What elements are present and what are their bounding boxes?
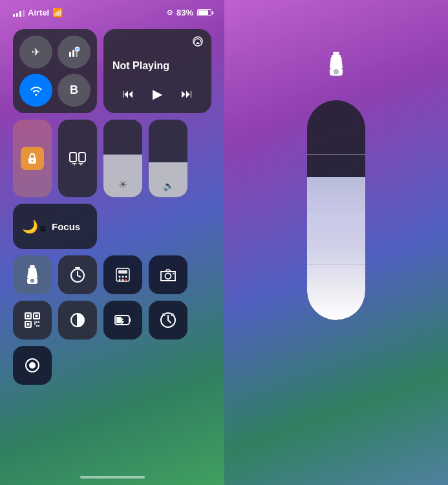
wifi-button[interactable]: [19, 74, 52, 107]
row-focus: 🌙 ⚙ Focus: [13, 204, 211, 249]
battery-percent: 83%: [176, 8, 193, 17]
bluetooth-button[interactable]: B: [58, 74, 91, 107]
airplane-mode-button[interactable]: ✈: [19, 36, 52, 69]
volume-icon: 🔊: [163, 180, 174, 191]
prev-button[interactable]: ⏮: [122, 87, 134, 101]
row-sliders: ☀ 🔊: [13, 120, 211, 197]
focus-button[interactable]: 🌙 ⚙ Focus: [13, 204, 97, 249]
wifi-status-icon: 📶: [52, 8, 63, 17]
qr-scanner-button[interactable]: [13, 301, 52, 339]
airplay-svg: [192, 36, 204, 47]
mirror-icon: [69, 151, 86, 166]
svg-point-18: [125, 276, 127, 278]
svg-rect-44: [332, 55, 341, 57]
slider-divider-2: [307, 209, 365, 210]
svg-rect-27: [27, 315, 30, 318]
svg-rect-39: [116, 317, 122, 323]
row-utilities-3: [13, 346, 211, 385]
slider-divider-3: [307, 264, 365, 265]
svg-point-17: [122, 276, 124, 278]
calculator-button[interactable]: [103, 255, 142, 294]
svg-point-23: [173, 273, 174, 274]
battery-status-button[interactable]: [103, 301, 142, 339]
screen-lock-icon: [21, 147, 44, 170]
carrier-label: Airtel: [28, 8, 49, 17]
flashlight-slider-fill: [307, 177, 365, 320]
flashlight-top-icon: [327, 52, 345, 81]
signal-bar-3: [19, 11, 21, 17]
svg-point-16: [119, 276, 121, 278]
svg-rect-35: [38, 325, 39, 327]
battery-status-icon: [114, 314, 131, 326]
svg-rect-29: [27, 323, 30, 326]
status-right: ⊙ 83%: [167, 8, 211, 17]
row-connectivity-nowplaying: ✈ B: [13, 29, 211, 113]
svg-point-20: [122, 279, 124, 281]
left-panel: Airtel 📶 ⊙ 83% ✈: [0, 0, 224, 485]
record-icon: [25, 358, 40, 373]
svg-rect-7: [70, 153, 76, 162]
airplay-icon[interactable]: [192, 36, 204, 50]
svg-rect-15: [118, 270, 127, 274]
lock-icon: [25, 151, 39, 166]
svg-rect-0: [69, 52, 71, 57]
clock-button[interactable]: [149, 301, 187, 339]
svg-point-46: [334, 69, 339, 74]
timer-icon: [69, 266, 86, 283]
svg-point-19: [119, 279, 121, 281]
screen-lock-button[interactable]: [13, 120, 52, 197]
brightness-fill: [103, 155, 142, 197]
now-playing-block: Not Playing ⏮ ▶ ⏭: [103, 29, 211, 113]
slider-divider-1: [307, 154, 365, 155]
screen-mirroring-button[interactable]: [58, 120, 97, 197]
dark-mode-button[interactable]: [58, 301, 97, 339]
signal-bar-4: [23, 10, 25, 17]
svg-point-12: [30, 279, 34, 283]
home-bar: [80, 476, 145, 479]
volume-fill: [149, 162, 187, 197]
timer-button[interactable]: [58, 255, 97, 294]
svg-rect-33: [34, 323, 36, 325]
signal-bars: [13, 9, 25, 17]
flashlight-large-icon: [327, 52, 345, 76]
next-button[interactable]: ⏭: [181, 87, 193, 101]
svg-rect-31: [36, 321, 37, 323]
focus-sub-icon: ⚙: [39, 224, 47, 233]
svg-point-6: [32, 160, 34, 162]
svg-rect-30: [34, 321, 36, 323]
row-utilities-2: [13, 301, 211, 339]
camera-button[interactable]: [149, 255, 187, 294]
svg-rect-28: [36, 315, 38, 318]
dark-mode-icon: [70, 312, 85, 328]
svg-rect-8: [79, 153, 85, 162]
battery-fill: [198, 10, 208, 15]
volume-slider[interactable]: 🔊: [149, 120, 187, 197]
moon-focus-icon: 🌙: [22, 219, 38, 234]
brightness-slider[interactable]: ☀: [103, 120, 142, 197]
svg-rect-34: [36, 325, 37, 327]
now-playing-title: Not Playing: [112, 46, 202, 86]
camera-icon: [160, 268, 176, 282]
row-utilities-1: [13, 255, 211, 294]
playback-controls: ⏮ ▶ ⏭: [112, 86, 202, 107]
cellular-button[interactable]: [58, 36, 91, 69]
wifi-icon: [30, 85, 43, 96]
flashlight-icon: [25, 265, 39, 285]
screen-record-button[interactable]: [13, 346, 52, 385]
flashlight-button[interactable]: [13, 255, 52, 294]
signal-bar-1: [13, 14, 15, 17]
location-icon: ⊙: [167, 8, 173, 17]
brightness-icon: ☀: [118, 178, 127, 191]
svg-rect-32: [38, 321, 39, 323]
cellular-icon: [69, 47, 80, 58]
flashlight-brightness-slider[interactable]: [307, 100, 365, 320]
svg-rect-9: [30, 265, 35, 268]
clock-icon: [160, 312, 176, 329]
svg-rect-38: [129, 318, 131, 322]
focus-label: Focus: [52, 221, 80, 232]
play-button[interactable]: ▶: [153, 86, 162, 102]
svg-rect-10: [28, 268, 36, 269]
connectivity-block: ✈ B: [13, 29, 97, 113]
svg-point-22: [165, 274, 171, 279]
right-panel: [224, 0, 448, 485]
